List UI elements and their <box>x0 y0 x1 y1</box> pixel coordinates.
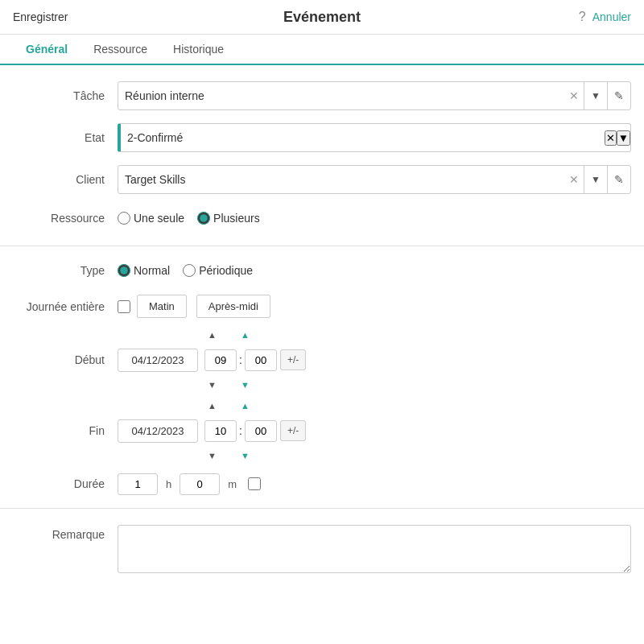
type-radio-group: Normal Périodique <box>118 264 253 277</box>
fin-minutes-up-button[interactable]: ▲ <box>237 400 253 411</box>
ressource-plusieurs-option[interactable]: Plusieurs <box>197 212 260 225</box>
remarque-section: Remarque <box>0 509 644 589</box>
journee-entiere-checkbox[interactable] <box>118 300 130 313</box>
client-row: Client ✕ ▼ ✎ <box>0 159 644 200</box>
debut-hours-input[interactable] <box>204 349 237 371</box>
tab-historique[interactable]: Historique <box>160 35 237 64</box>
client-control: ✕ ▼ ✎ <box>118 165 631 194</box>
client-dropdown-button[interactable]: ▼ <box>584 166 607 193</box>
type-periodique-label: Périodique <box>199 264 253 277</box>
debut-minutes-up-button[interactable]: ▲ <box>237 329 253 341</box>
client-clear-button[interactable]: ✕ <box>564 173 584 186</box>
debut-spinners-down: ▼ ▼ <box>204 379 253 390</box>
debut-control: : +/- <box>118 349 631 372</box>
tache-edit-button[interactable]: ✎ <box>607 82 630 109</box>
duree-row: Durée h m <box>0 466 644 502</box>
etat-input-wrapper: ✕ ▼ <box>118 123 631 152</box>
tache-clear-button[interactable]: ✕ <box>564 89 584 102</box>
etat-clear-button[interactable]: ✕ <box>605 130 617 146</box>
client-edit-button[interactable]: ✎ <box>607 166 630 193</box>
journee-entiere-row: Journée entière Matin Après-midi <box>0 288 644 324</box>
type-normal-option[interactable]: Normal <box>118 264 170 277</box>
debut-minutes-down-button[interactable]: ▼ <box>237 379 253 390</box>
form-section-2: Type Normal Périodique Journée entière M… <box>0 246 644 509</box>
remarque-textarea[interactable] <box>118 525 631 573</box>
tache-label: Tâche <box>13 89 118 102</box>
debut-main-row: Début : +/- <box>0 342 644 378</box>
fin-control: : +/- <box>118 419 631 443</box>
fin-hours-up-button[interactable]: ▲ <box>204 400 220 411</box>
header-right: ? Annuler <box>579 10 631 24</box>
fin-section: ▲ ▲ Fin : +/- ▼ ▼ <box>0 395 644 466</box>
duree-h-label: h <box>166 478 171 490</box>
apres-midi-button[interactable]: Après-midi <box>196 295 270 318</box>
type-label: Type <box>13 264 118 277</box>
debut-spinners-up: ▲ ▲ <box>204 329 253 341</box>
form-section-1: Tâche ✕ ▼ ✎ Etat ✕ ▼ Client ✕ <box>0 65 644 246</box>
ressource-plusieurs-radio[interactable] <box>197 212 210 225</box>
fin-minutes-input[interactable] <box>245 420 277 442</box>
tache-row: Tâche ✕ ▼ ✎ <box>0 75 644 117</box>
remarque-label: Remarque <box>13 525 118 541</box>
fin-up-arrows: ▲ ▲ <box>0 398 644 413</box>
tab-general[interactable]: Général <box>13 35 80 65</box>
fin-hours-down-button[interactable]: ▼ <box>204 450 220 461</box>
fin-time-inputs: : +/- <box>204 420 306 442</box>
debut-up-arrows: ▲ ▲ <box>0 328 644 342</box>
fin-spinners-down: ▼ ▼ <box>204 450 253 461</box>
ressource-une-seule-radio[interactable] <box>118 212 130 225</box>
ressource-une-seule-option[interactable]: Une seule <box>118 212 184 225</box>
tache-dropdown-button[interactable]: ▼ <box>584 82 607 109</box>
ressource-row: Ressource Une seule Plusieurs <box>0 200 644 236</box>
duree-checkbox[interactable] <box>248 477 261 490</box>
debut-date-input[interactable] <box>118 349 198 372</box>
duree-minutes-input[interactable] <box>180 473 220 495</box>
debut-colon: : <box>237 353 245 366</box>
etat-control: ✕ ▼ <box>118 123 631 152</box>
etat-dropdown-button[interactable]: ▼ <box>617 130 630 146</box>
fin-minutes-down-button[interactable]: ▼ <box>237 450 253 461</box>
duree-control: h m <box>118 473 631 495</box>
fin-down-arrows: ▼ ▼ <box>0 448 644 463</box>
fin-plus-minus-button[interactable]: +/- <box>280 420 306 441</box>
duree-hours-input[interactable] <box>118 473 158 495</box>
client-input[interactable] <box>118 173 564 186</box>
type-periodique-radio[interactable] <box>183 264 196 277</box>
type-normal-label: Normal <box>134 264 170 277</box>
type-normal-radio[interactable] <box>118 264 130 277</box>
debut-minutes-input[interactable] <box>245 349 277 371</box>
fin-hours-input[interactable] <box>204 420 237 442</box>
journee-entiere-label: Journée entière <box>13 300 118 313</box>
debut-plus-minus-button[interactable]: +/- <box>280 349 306 370</box>
cancel-button[interactable]: Annuler <box>592 10 631 23</box>
help-icon[interactable]: ? <box>579 10 586 24</box>
ressource-radio-group: Une seule Plusieurs <box>118 212 260 225</box>
matin-button[interactable]: Matin <box>137 295 187 318</box>
fin-date-input[interactable] <box>118 419 198 443</box>
remarque-row: Remarque <box>0 518 644 580</box>
ressource-control: Une seule Plusieurs <box>118 212 631 225</box>
etat-label: Etat <box>13 131 118 144</box>
tab-bar: Général Ressource Historique <box>0 35 644 65</box>
debut-down-arrows: ▼ ▼ <box>0 378 644 392</box>
tache-input[interactable] <box>118 89 564 102</box>
type-periodique-option[interactable]: Périodique <box>183 264 253 277</box>
client-label: Client <box>13 173 118 186</box>
page-header: Enregistrer Evénement ? Annuler <box>0 0 644 35</box>
debut-hours-down-button[interactable]: ▼ <box>204 379 220 390</box>
duree-label: Durée <box>13 477 118 490</box>
client-input-wrapper: ✕ ▼ ✎ <box>118 165 631 194</box>
type-row: Type Normal Périodique <box>0 253 644 288</box>
fin-colon: : <box>237 424 245 437</box>
journee-entiere-control: Matin Après-midi <box>118 295 631 318</box>
etat-row: Etat ✕ ▼ <box>0 117 644 159</box>
fin-main-row: Fin : +/- <box>0 413 644 448</box>
debut-label: Début <box>13 353 118 366</box>
etat-input[interactable] <box>121 131 605 144</box>
save-button[interactable]: Enregistrer <box>13 10 68 23</box>
ressource-plusieurs-label: Plusieurs <box>213 212 260 225</box>
tab-ressource[interactable]: Ressource <box>80 35 160 64</box>
ressource-une-seule-label: Une seule <box>134 212 184 225</box>
type-control: Normal Périodique <box>118 264 631 277</box>
debut-hours-up-button[interactable]: ▲ <box>204 329 220 341</box>
